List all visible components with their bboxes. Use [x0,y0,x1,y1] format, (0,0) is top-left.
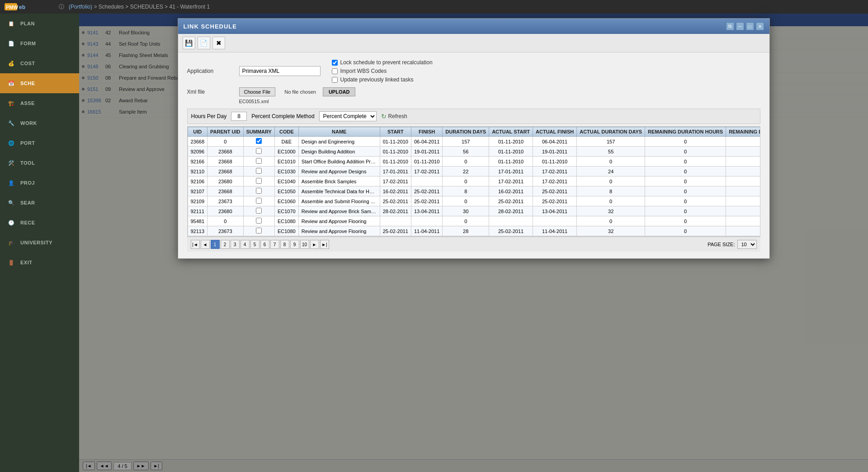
sidebar-item-label: PORT [20,140,35,146]
page-7-btn[interactable]: 7 [270,240,279,249]
col-remaining-days: REMAINING DURATION DAYS [726,127,760,137]
hours-per-day-input[interactable] [231,112,247,121]
page-size-select[interactable]: 10 20 50 [737,240,757,249]
application-label: Application [187,68,232,74]
page-3-btn[interactable]: 3 [231,240,240,249]
cell-remaining-hours: 0 [645,147,726,157]
summary-checkbox[interactable] [256,188,262,194]
sidebar-item-exit[interactable]: 🚪 EXIT [0,253,79,272]
summary-checkbox[interactable] [256,208,262,214]
link-schedule-modal: LINK SCHEDULE ⧉ ─ □ ✕ 💾 📄 ✖ Application [178,18,770,259]
sidebar-item-plan[interactable]: 📋 PLAN [0,14,79,33]
sidebar-item-form[interactable]: 📄 FORM [0,33,79,53]
page-1-btn[interactable]: 1 [211,240,220,249]
sidebar-item-univ[interactable]: 🎓 UNIVERSITY [0,233,79,253]
current-file-name: EC00515.xml [239,99,269,104]
page-10-btn[interactable]: 10 [300,240,309,249]
sidebar-item-label: COST [20,61,35,66]
summary-checkbox[interactable] [256,148,262,154]
modal-maximize-btn[interactable]: □ [746,22,754,30]
cell-summary[interactable] [243,196,274,206]
cell-code: EC1010 [274,157,298,167]
next-page-btn[interactable]: ► [310,240,319,249]
work-icon: 🔧 [7,119,16,128]
prev-page-btn[interactable]: ◄ [201,240,210,249]
sche-icon: 📅 [7,79,16,88]
page-8-btn[interactable]: 8 [280,240,289,249]
summary-checkbox[interactable] [256,178,262,184]
sidebar-item-asse[interactable]: 🏗️ ASSE [0,93,79,113]
col-uid: UID [188,127,208,137]
import-wbs-item: Import WBS Codes [332,68,433,74]
table-row: 92106 23680 EC1040 Assemble Brick Sample… [188,176,760,186]
summary-checkbox[interactable] [256,218,262,224]
cancel-button[interactable]: ✖ [212,37,225,49]
cell-actual-duration-days: 32 [577,206,645,216]
sidebar-item-rece[interactable]: 🕐 RECE [0,213,79,233]
cell-start: 01-11-2010 [380,147,411,157]
modal-minimize-btn[interactable]: ─ [736,22,744,30]
sidebar-item-sche[interactable]: 📅 SCHE [0,73,79,93]
modal-restore-btn[interactable]: ⧉ [726,22,734,30]
page-5-btn[interactable]: 5 [250,240,259,249]
page-6-btn[interactable]: 6 [260,240,269,249]
cell-summary[interactable] [243,206,274,216]
import-wbs-checkbox[interactable] [332,68,338,74]
cell-finish [411,216,443,226]
modal-toolbar: 💾 📄 ✖ [178,34,769,52]
update-tasks-checkbox[interactable] [332,77,338,83]
refresh-button[interactable]: ↻ Refresh [381,113,407,120]
new-button[interactable]: 📄 [198,37,210,49]
sidebar-item-tool[interactable]: 🛠️ TOOL [0,153,79,173]
summary-checkbox[interactable] [256,168,262,174]
sidebar-item-proj[interactable]: 👤 PROJ [0,173,79,193]
summary-checkbox[interactable] [256,228,262,234]
cell-actual-duration-days: 8 [577,186,645,196]
proj-icon: 👤 [7,178,16,187]
pct-method-select[interactable]: Percent Complete Physical Duration [319,111,377,121]
checkbox-group: Lock schedule to prevent recalculation I… [332,59,433,83]
upload-button[interactable]: UPLOAD [323,87,355,96]
modal-close-btn[interactable]: ✕ [756,22,764,30]
summary-checkbox[interactable] [256,138,262,144]
sidebar-item-work[interactable]: 🔧 WORK [0,113,79,133]
summary-checkbox[interactable] [256,198,262,204]
sidebar-item-label: TOOL [20,160,35,166]
no-file-text: No file chosen [284,89,316,95]
summary-checkbox[interactable] [256,158,262,164]
cell-summary[interactable] [243,186,274,196]
page-9-btn[interactable]: 9 [290,240,299,249]
portfolio-link[interactable]: (Portfolio) [69,4,92,10]
cell-actual-start: 25-02-2011 [489,196,533,206]
cell-summary[interactable] [243,226,274,236]
sidebar-item-cost[interactable]: 💰 COST [0,53,79,73]
cell-name: Review and Approve Brick Samples [298,206,380,216]
cell-summary[interactable] [243,137,274,147]
sidebar-item-sear[interactable]: 🔍 SEAR [0,193,79,213]
sidebar-item-label: FORM [20,41,36,46]
application-select[interactable]: Primavera XML Microsoft Project Asta Pow… [239,66,321,76]
page-4-btn[interactable]: 4 [241,240,250,249]
schedule-table: UID PARENT UID SUMMARY CODE NAME START F… [188,127,760,236]
col-remaining-hours: REMAINING DURATION HOURS [645,127,726,137]
cell-summary[interactable] [243,147,274,157]
cell-remaining-hours: 0 [645,157,726,167]
refresh-label: Refresh [388,113,407,119]
first-page-btn[interactable]: |◄ [191,240,200,249]
page-2-btn[interactable]: 2 [221,240,230,249]
port-icon: 🌐 [7,138,16,148]
cell-summary[interactable] [243,157,274,167]
choose-file-button[interactable]: Choose File [239,87,276,96]
save-button[interactable]: 💾 [183,37,195,49]
cell-duration-days: 0 [443,157,489,167]
cell-summary[interactable] [243,176,274,186]
cell-code: EC1000 [274,147,298,157]
cell-remaining-hours: 0 [645,176,726,186]
table-row: 95481 0 EC1080 Review and Approve Floori… [188,216,760,226]
cell-summary[interactable] [243,216,274,226]
cell-summary[interactable] [243,167,274,176]
sidebar-item-port[interactable]: 🌐 PORT [0,133,79,153]
last-page-btn[interactable]: ►| [320,240,329,249]
cell-actual-finish: 19-01-2011 [533,147,577,157]
lock-schedule-checkbox[interactable] [332,60,338,66]
